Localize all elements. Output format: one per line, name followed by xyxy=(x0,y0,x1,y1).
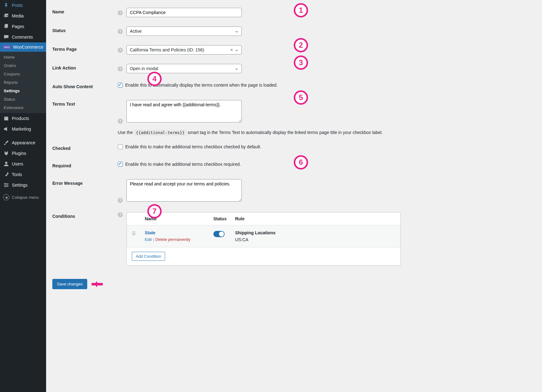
callout-7: 7 xyxy=(147,204,162,218)
sidebar-item-pages[interactable]: Pages xyxy=(0,21,46,32)
wrench-icon xyxy=(3,171,9,178)
sidebar-label: Appearance xyxy=(12,140,36,145)
brush-icon xyxy=(3,140,9,146)
sidebar-label: Products xyxy=(12,116,29,121)
sidebar-item-plugins[interactable]: Plugins xyxy=(0,148,46,159)
condition-rule-value: US:CA xyxy=(235,237,395,242)
sidebar-label: Comments xyxy=(12,35,33,40)
conditions-header-status: Status xyxy=(213,216,235,221)
help-icon[interactable]: ? xyxy=(118,10,123,15)
sidebar-label: Pages xyxy=(12,24,24,29)
sidebar-item-tools[interactable]: Tools xyxy=(0,169,46,180)
add-condition-button[interactable]: Add Condition xyxy=(132,252,165,261)
drag-handle-icon[interactable]: ☰ xyxy=(132,230,145,236)
sidebar-item-woocommerce[interactable]: woo WooCommerce xyxy=(0,42,46,52)
sidebar-item-posts[interactable]: Posts xyxy=(0,0,46,11)
field-label-link-action: Link Action xyxy=(52,59,115,78)
sidebar-item-marketing[interactable]: Marketing xyxy=(0,124,46,134)
conditions-table: Name Status Rule ☰ State Edit|Delete per… xyxy=(126,212,401,265)
sidebar-item-media[interactable]: Media xyxy=(0,11,46,21)
conditions-row: ☰ State Edit|Delete permanently Shipping… xyxy=(127,225,400,247)
callout-5: 5 xyxy=(294,90,308,105)
smart-tag-code: {{additional-terms}} xyxy=(134,130,187,136)
link-action-select[interactable]: Open in modal xyxy=(126,64,242,73)
field-label-required: Required xyxy=(52,157,115,174)
media-icon xyxy=(3,13,9,19)
sidebar-submenu-woocommerce: Home Orders Coupons Reports Settings Sta… xyxy=(0,52,46,113)
field-label-terms-page: Terms Page xyxy=(52,41,115,59)
collapse-menu-button[interactable]: ◀ Collapse menu xyxy=(0,192,46,203)
callout-3: 3 xyxy=(294,55,308,70)
svg-rect-6 xyxy=(4,128,5,130)
megaphone-icon xyxy=(3,126,9,132)
required-description: Enable this to make the additional terms… xyxy=(125,162,241,167)
field-label-checked: Checked xyxy=(52,140,115,157)
checked-checkbox[interactable] xyxy=(118,144,123,149)
auto-show-description: Enable this to automatically display the… xyxy=(125,83,278,88)
sidebar-label: Plugins xyxy=(12,151,26,156)
field-label-auto-show: Auto Show Content xyxy=(52,78,115,95)
sidebar-label: WooCommerce xyxy=(13,45,43,50)
condition-name-link[interactable]: State xyxy=(145,230,155,235)
user-icon xyxy=(3,161,9,167)
callout-6: 6 xyxy=(294,155,308,170)
sidebar-label: Tools xyxy=(12,172,22,177)
annotation-arrow xyxy=(92,281,107,287)
sidebar-item-appearance[interactable]: Appearance xyxy=(0,137,46,148)
sidebar-sub-status[interactable]: Status xyxy=(0,95,46,103)
sidebar-item-comments[interactable]: Comments xyxy=(0,32,46,42)
pin-icon xyxy=(3,2,9,8)
sidebar-sub-orders[interactable]: Orders xyxy=(0,61,46,70)
sidebar-sub-settings[interactable]: Settings xyxy=(0,87,46,95)
name-input[interactable] xyxy=(126,8,242,17)
terms-text-textarea[interactable]: I have read and agree with {{additional-… xyxy=(126,100,242,122)
auto-show-checkbox[interactable] xyxy=(118,83,123,88)
sliders-icon xyxy=(3,182,9,188)
status-select[interactable]: Active xyxy=(126,26,242,36)
field-label-name: Name xyxy=(52,3,115,22)
required-checkbox[interactable] xyxy=(118,162,123,167)
sidebar-sub-reports[interactable]: Reports xyxy=(0,78,46,87)
field-label-error-message: Error Message xyxy=(52,174,115,208)
pages-icon xyxy=(3,23,9,30)
conditions-header-rule: Rule xyxy=(235,216,395,221)
help-icon[interactable]: ? xyxy=(118,66,123,71)
condition-rule-title: Shipping Locations xyxy=(235,230,395,235)
help-icon[interactable]: ? xyxy=(118,119,123,124)
field-label-conditions: Conditions xyxy=(52,208,115,270)
field-label-status: Status xyxy=(52,22,115,41)
help-icon[interactable]: ? xyxy=(118,48,123,53)
conditions-header: Name Status Rule xyxy=(127,213,400,225)
help-icon[interactable]: ? xyxy=(118,212,123,217)
comment-icon xyxy=(3,34,9,40)
callout-4: 4 xyxy=(147,72,162,86)
clear-icon[interactable]: × xyxy=(230,47,233,52)
box-icon xyxy=(3,115,9,122)
error-message-textarea[interactable]: Please read and accept your our terms an… xyxy=(126,179,242,202)
svg-rect-4 xyxy=(4,117,8,121)
sidebar-label: Posts xyxy=(12,3,23,8)
svg-rect-3 xyxy=(5,24,8,28)
sidebar-label: Users xyxy=(12,161,23,166)
callout-2: 2 xyxy=(294,38,308,52)
save-changes-button[interactable]: Save changes xyxy=(52,279,87,289)
field-label-terms-text: Terms Text xyxy=(52,95,115,140)
terms-text-hint: Use the {{additional-terms}} smart tag i… xyxy=(118,130,533,135)
sidebar-label: Settings xyxy=(12,183,28,188)
checked-description: Enable this to make the additional terms… xyxy=(125,144,261,149)
terms-page-select[interactable]: California Terms and Policies (ID: 156) xyxy=(126,45,242,55)
help-icon[interactable]: ? xyxy=(118,29,123,34)
sidebar-item-products[interactable]: Products xyxy=(0,113,46,124)
sidebar-sub-coupons[interactable]: Coupons xyxy=(0,70,46,78)
sidebar-item-settings[interactable]: Settings xyxy=(0,180,46,190)
sidebar-sub-extensions[interactable]: Extensions xyxy=(0,103,46,112)
collapse-icon: ◀ xyxy=(3,194,9,200)
sidebar-sub-home[interactable]: Home xyxy=(0,53,46,61)
condition-edit-link[interactable]: Edit xyxy=(145,237,152,242)
svg-point-7 xyxy=(5,162,7,164)
condition-status-toggle[interactable] xyxy=(213,231,225,237)
svg-point-11 xyxy=(5,183,6,184)
condition-delete-link[interactable]: Delete permanently xyxy=(155,237,190,242)
help-icon[interactable]: ? xyxy=(118,198,123,203)
sidebar-item-users[interactable]: Users xyxy=(0,159,46,169)
